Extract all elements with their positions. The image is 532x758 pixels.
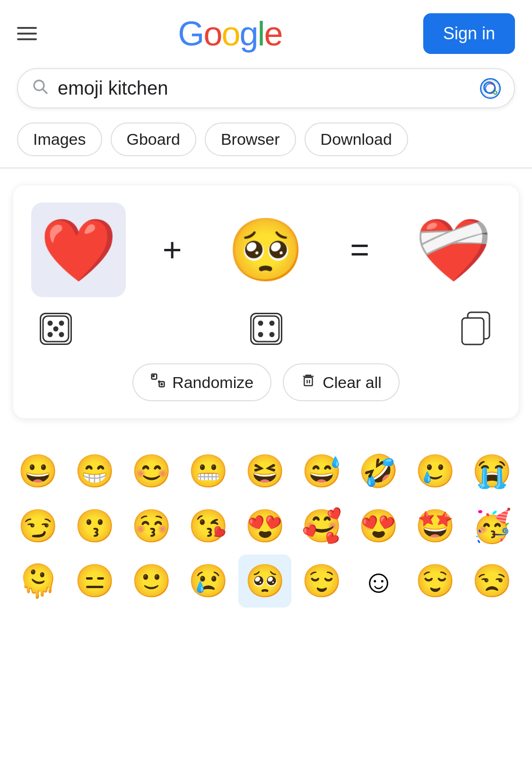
emoji-slot-1[interactable]: ❤️ [31, 203, 126, 297]
emoji-cell[interactable]: 🥳 [466, 500, 519, 553]
emoji-cell[interactable]: 😅 [296, 445, 349, 498]
randomize-label: Randomize [172, 373, 253, 392]
emoji-kitchen-card: ❤️ + 🥺 = ❤️‍🩹 [13, 185, 519, 418]
google-logo: Google [178, 17, 282, 51]
plus-operator: + [163, 231, 182, 269]
chip-images[interactable]: Images [17, 123, 102, 156]
emoji-cell[interactable]: 😭 [466, 445, 519, 498]
emoji-cell[interactable]: 😚 [125, 500, 178, 553]
emoji-cell[interactable]: 😑 [68, 555, 121, 608]
emoji-cell[interactable]: 😏 [11, 500, 64, 553]
search-icon [31, 78, 48, 99]
dice-row [26, 311, 506, 346]
svg-point-10 [60, 333, 63, 336]
svg-line-1 [43, 89, 47, 93]
svg-point-14 [259, 333, 262, 336]
search-input[interactable] [58, 78, 480, 99]
trash-icon [301, 373, 316, 392]
emoji-2: 🥺 [227, 219, 304, 281]
svg-point-12 [259, 321, 262, 325]
svg-point-6 [48, 321, 52, 325]
svg-point-13 [270, 321, 274, 325]
emoji-cell-active[interactable]: 🥺 [238, 555, 291, 608]
randomize-button[interactable]: Randomize [132, 363, 271, 401]
search-bar-wrap [0, 63, 532, 118]
emoji-cell[interactable]: 😒 [466, 555, 519, 608]
hamburger-menu[interactable] [17, 27, 37, 40]
divider [0, 167, 532, 168]
emoji-grid-section: 😀 😁 😊 😬 😆 😅 🤣 🥲 😭 😏 😗 😚 😘 😍 🥰 😍 🤩 🥳 🫠 😑 … [0, 435, 532, 608]
equals-operator: = [350, 231, 369, 269]
svg-rect-11 [253, 316, 279, 342]
chip-download[interactable]: Download [305, 123, 408, 156]
dice-icon-1[interactable] [40, 313, 72, 345]
randomize-icon [150, 373, 166, 392]
emoji-cell[interactable]: 🥲 [409, 445, 462, 498]
emoji-cell[interactable]: 🤣 [352, 445, 405, 498]
emoji-cell[interactable]: ☺️ [352, 555, 405, 608]
svg-point-19 [153, 375, 154, 377]
google-lens-icon[interactable] [480, 78, 501, 99]
copy-icon[interactable] [460, 311, 492, 346]
dice-icon-2[interactable] [250, 313, 282, 345]
search-bar [17, 68, 515, 108]
emoji-result-slot[interactable]: ❤️‍🩹 [406, 203, 501, 297]
emoji-cell[interactable]: 😗 [68, 500, 121, 553]
emoji-cell[interactable]: 😘 [182, 500, 235, 553]
emoji-cell[interactable]: 😁 [68, 445, 121, 498]
clear-all-label: Clear all [323, 373, 382, 392]
svg-point-9 [48, 333, 52, 336]
emoji-cell[interactable]: 😌 [296, 555, 349, 608]
svg-point-15 [270, 333, 274, 336]
emoji-cell[interactable]: 😆 [238, 445, 291, 498]
chip-gboard[interactable]: Gboard [111, 123, 196, 156]
filter-chips: Images Gboard Browser Download [0, 118, 532, 167]
emoji-equation: ❤️ + 🥺 = ❤️‍🩹 [26, 203, 506, 297]
sign-in-button[interactable]: Sign in [423, 13, 515, 54]
emoji-cell[interactable]: 🙂 [125, 555, 178, 608]
svg-point-22 [161, 384, 163, 385]
svg-point-8 [60, 321, 63, 325]
emoji-cell[interactable]: 😍 [352, 500, 405, 553]
chip-browser[interactable]: Browser [205, 123, 296, 156]
emoji-result: ❤️‍🩹 [415, 219, 492, 281]
svg-rect-23 [305, 378, 313, 386]
emoji-cell[interactable]: 🤩 [409, 500, 462, 553]
svg-point-7 [54, 327, 58, 331]
emoji-cell[interactable]: 😀 [11, 445, 64, 498]
emoji-cell[interactable]: 😌 [409, 555, 462, 608]
emoji-cell[interactable]: 😊 [125, 445, 178, 498]
emoji-1: ❤️ [40, 219, 117, 281]
emoji-cell[interactable]: 😍 [238, 500, 291, 553]
header: Google Sign in [0, 0, 532, 63]
svg-rect-17 [462, 318, 484, 344]
emoji-cell[interactable]: 😢 [182, 555, 235, 608]
emoji-slot-2[interactable]: 🥺 [218, 203, 313, 297]
emoji-cell[interactable]: 🫠 [11, 555, 64, 608]
emoji-grid: 😀 😁 😊 😬 😆 😅 🤣 🥲 😭 😏 😗 😚 😘 😍 🥰 😍 🤩 🥳 🫠 😑 … [11, 445, 521, 608]
action-buttons: Randomize Clear all [26, 363, 506, 401]
emoji-cell[interactable]: 😬 [182, 445, 235, 498]
emoji-cell[interactable]: 🥰 [296, 500, 349, 553]
svg-point-4 [494, 91, 496, 93]
clear-all-button[interactable]: Clear all [283, 363, 400, 401]
